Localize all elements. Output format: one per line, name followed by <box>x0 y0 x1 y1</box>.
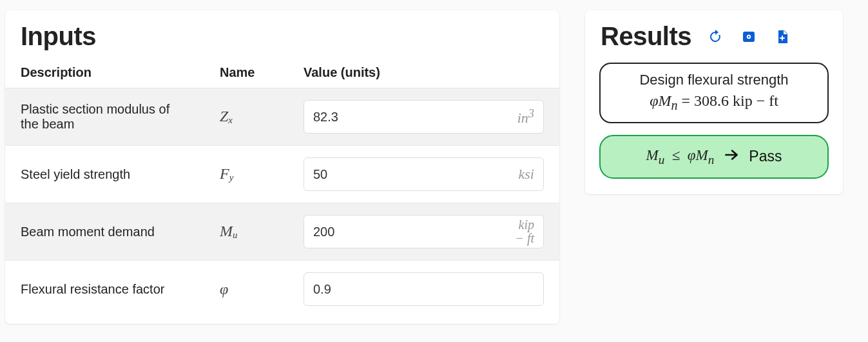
input-value-field[interactable] <box>304 216 485 248</box>
col-header-description: Description <box>5 59 204 88</box>
input-unit: ksi <box>485 166 543 181</box>
results-title: Results <box>601 22 691 51</box>
input-symbol: φ <box>204 261 288 318</box>
input-description: Beam moment demand <box>5 203 204 261</box>
input-value-cell <box>288 261 559 318</box>
design-strength-equation: φMn = 308.6 kip − ft <box>612 92 816 113</box>
input-value-field[interactable] <box>304 101 485 133</box>
input-row: Flexural resistance factorφ <box>5 261 559 318</box>
add-note-icon[interactable] <box>774 28 791 45</box>
input-symbol: Fy <box>204 146 288 203</box>
input-description: Steel yield strength <box>5 146 204 203</box>
col-header-name: Name <box>204 59 288 88</box>
input-value-cell: kip− ft <box>288 203 559 261</box>
input-unit: in3 <box>485 108 543 125</box>
inputs-table: Description Name Value (units) Plastic s… <box>5 59 559 317</box>
input-description: Plastic section modulus of the beam <box>5 88 204 146</box>
inputs-card: Inputs Description Name Value (units) Pl… <box>5 10 559 324</box>
results-card: Results Design flexural strength φMn = 3… <box>585 10 843 194</box>
input-value-cell: ksi <box>288 146 559 203</box>
svg-point-2 <box>748 35 750 37</box>
design-strength-box: Design flexural strength φMn = 308.6 kip… <box>599 63 829 123</box>
input-value-cell: in3 <box>288 88 559 146</box>
input-row: Steel yield strengthFyksi <box>5 146 559 203</box>
arrow-right-icon <box>723 146 740 167</box>
preview-icon[interactable] <box>740 28 757 45</box>
input-unit: kip− ft <box>485 218 543 245</box>
input-value-field[interactable] <box>304 158 485 190</box>
check-equation: Mu ≤ φMn <box>646 147 715 167</box>
check-box: Mu ≤ φMn Pass <box>599 135 829 179</box>
refresh-icon[interactable] <box>707 28 724 45</box>
input-row: Beam moment demandMukip− ft <box>5 203 559 261</box>
design-strength-label: Design flexural strength <box>612 72 816 88</box>
input-description: Flexural resistance factor <box>5 261 204 318</box>
inputs-title: Inputs <box>21 22 544 51</box>
input-row: Plastic section modulus of the beamZxin3 <box>5 88 559 146</box>
check-status: Pass <box>749 148 782 165</box>
input-symbol: Mu <box>204 203 288 261</box>
input-symbol: Zx <box>204 88 288 146</box>
input-value-field[interactable] <box>304 273 543 305</box>
col-header-value: Value (units) <box>288 59 559 88</box>
